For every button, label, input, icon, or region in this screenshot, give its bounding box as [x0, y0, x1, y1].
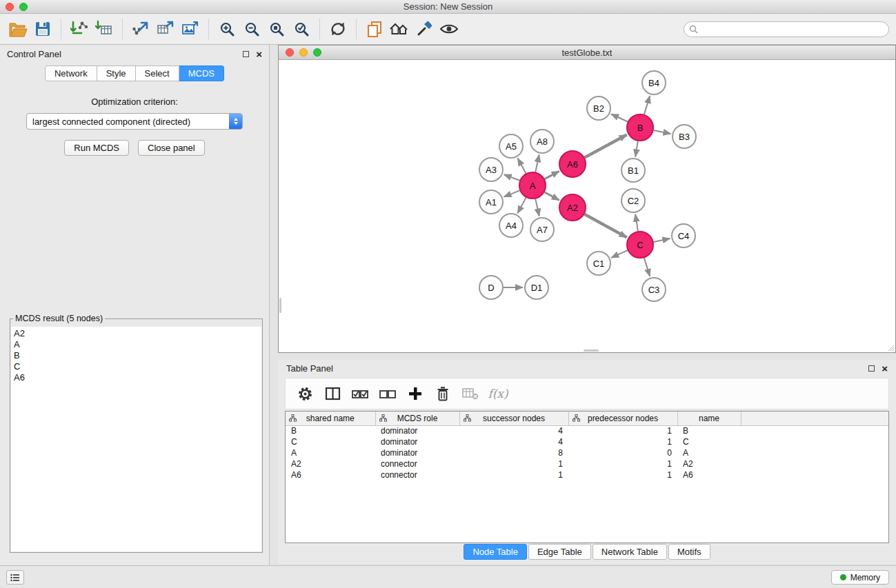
search-input[interactable]	[698, 23, 888, 36]
graph-edge-B-B3[interactable]	[654, 130, 671, 134]
zoom-out-button[interactable]	[239, 17, 264, 41]
annotation-button[interactable]	[412, 17, 437, 41]
graph-node-B1[interactable]: B1	[621, 159, 645, 182]
show-hide-button[interactable]	[437, 17, 461, 41]
graph-edge-C-C3[interactable]	[644, 258, 650, 276]
graph-edge-A-A1[interactable]	[504, 190, 520, 196]
graph-node-B[interactable]: B	[627, 114, 653, 141]
graph-edge-A-A2[interactable]	[545, 192, 559, 201]
network-close-button[interactable]	[286, 48, 294, 57]
graph-edge-A-A6[interactable]	[545, 171, 559, 179]
mcds-result-item[interactable]: B	[14, 350, 259, 361]
graph-edge-B-B1[interactable]	[635, 141, 638, 157]
graph-node-A[interactable]: A	[519, 172, 546, 199]
graph-edge-C-C2[interactable]	[635, 214, 638, 231]
mcds-result-item[interactable]: A6	[14, 372, 259, 383]
task-history-button[interactable]	[6, 570, 24, 585]
col-predecessor-nodes[interactable]: predecessor nodes	[568, 412, 677, 425]
export-table-button[interactable]	[153, 17, 178, 41]
tab-network-table[interactable]: Network Table	[593, 544, 667, 560]
graph-node-A1[interactable]: A1	[479, 190, 503, 214]
open-session-button[interactable]	[362, 17, 387, 41]
delete-column-button[interactable]	[432, 383, 454, 405]
graph-edge-A6-B[interactable]	[585, 135, 627, 158]
graph-node-C1[interactable]: C1	[587, 252, 610, 275]
first-neighbors-button[interactable]	[387, 17, 412, 41]
import-table-button[interactable]	[92, 17, 117, 41]
col-name[interactable]: name	[677, 412, 741, 425]
export-image-button[interactable]	[178, 17, 203, 41]
graph-node-B4[interactable]: B4	[642, 71, 666, 94]
col-successor-nodes[interactable]: successor nodes	[459, 412, 568, 425]
table-row[interactable]: Adominator80A	[286, 447, 888, 458]
graph-edge-A-A4[interactable]	[517, 198, 526, 214]
horizontal-scrollbar[interactable]	[584, 349, 599, 352]
zoom-window-button[interactable]	[19, 3, 28, 11]
resize-handle-icon[interactable]	[886, 343, 895, 352]
run-mcds-button[interactable]: Run MCDS	[64, 140, 129, 156]
graph-node-C4[interactable]: C4	[672, 224, 695, 247]
graph-edge-C-C4[interactable]	[654, 239, 670, 242]
graph-node-A5[interactable]: A5	[499, 134, 523, 158]
close-panel-icon[interactable]: ×	[256, 48, 262, 60]
function-builder-button[interactable]: f(x)	[487, 383, 509, 405]
graph-node-C3[interactable]: C3	[642, 278, 666, 301]
network-minimize-button[interactable]	[299, 48, 308, 57]
close-panel-button[interactable]: Close panel	[138, 140, 205, 156]
graph-edge-A-A7[interactable]	[535, 199, 539, 216]
graph-edge-C-C1[interactable]	[611, 250, 628, 258]
select-all-button[interactable]	[349, 383, 371, 405]
graph-edge-A-A5[interactable]	[518, 159, 526, 174]
table-row[interactable]: Cdominator41C	[286, 436, 888, 447]
mcds-result-item[interactable]: A2	[14, 328, 259, 339]
mcds-result-item[interactable]: A	[14, 339, 259, 350]
memory-button[interactable]: Memory	[831, 570, 889, 585]
network-canvas[interactable]: AA1A2A3A4A5A6A7A8BB1B2B3B4CC1C2C3C4DD1	[279, 60, 895, 352]
tab-motifs[interactable]: Motifs	[668, 544, 710, 560]
graph-node-D1[interactable]: D1	[525, 276, 548, 299]
search-field[interactable]	[684, 21, 889, 37]
table-row[interactable]: A6connector11A6	[286, 469, 888, 480]
graph-edge-A-A3[interactable]	[504, 174, 520, 181]
tab-network[interactable]: Network	[45, 65, 97, 81]
save-session-button[interactable]	[30, 17, 55, 41]
graph-node-C[interactable]: C	[627, 232, 653, 258]
vertical-scrollbar[interactable]	[279, 298, 281, 313]
graph-node-B2[interactable]: B2	[587, 97, 610, 120]
graph-edge-A-A8[interactable]	[535, 155, 539, 172]
float-panel-icon[interactable]	[243, 51, 249, 57]
network-zoom-button[interactable]	[313, 48, 321, 57]
table-row[interactable]: Bdominator41B	[286, 425, 888, 436]
tab-node-table[interactable]: Node Table	[464, 544, 527, 560]
mcds-result-item[interactable]: C	[14, 361, 259, 372]
delete-table-button[interactable]	[459, 383, 481, 405]
graph-edge-A2-C[interactable]	[585, 214, 627, 238]
graph-node-A2[interactable]: A2	[559, 194, 586, 221]
tab-mcds[interactable]: MCDS	[179, 65, 224, 81]
export-network-button[interactable]	[128, 17, 153, 41]
add-column-button[interactable]	[404, 383, 426, 405]
table-settings-button[interactable]	[294, 383, 316, 405]
graph-node-A4[interactable]: A4	[499, 214, 523, 237]
deselect-all-button[interactable]	[377, 383, 399, 405]
graph-node-C2[interactable]: C2	[621, 189, 645, 212]
zoom-fit-button[interactable]	[264, 17, 289, 41]
graph-node-D[interactable]: D	[479, 276, 503, 299]
close-table-panel-icon[interactable]: ×	[882, 363, 888, 374]
tab-select[interactable]: Select	[136, 65, 179, 81]
open-file-button[interactable]	[6, 17, 30, 41]
col-shared-name[interactable]: shared name	[286, 412, 375, 425]
graph-edge-B-B2[interactable]	[611, 114, 628, 122]
graph-node-B3[interactable]: B3	[673, 125, 696, 148]
tab-edge-table[interactable]: Edge Table	[528, 544, 591, 560]
float-table-panel-icon[interactable]	[868, 365, 875, 372]
zoom-in-button[interactable]	[215, 17, 239, 41]
graph-edge-B-B4[interactable]	[644, 96, 650, 114]
close-window-button[interactable]	[6, 3, 14, 11]
zoom-selected-button[interactable]	[289, 17, 314, 41]
show-columns-button[interactable]	[321, 383, 344, 405]
col-mcds-role[interactable]: MCDS role	[375, 412, 459, 425]
table-row[interactable]: A2connector11A2	[286, 458, 888, 469]
graph-node-A7[interactable]: A7	[530, 218, 554, 241]
graph-node-A8[interactable]: A8	[530, 130, 554, 153]
